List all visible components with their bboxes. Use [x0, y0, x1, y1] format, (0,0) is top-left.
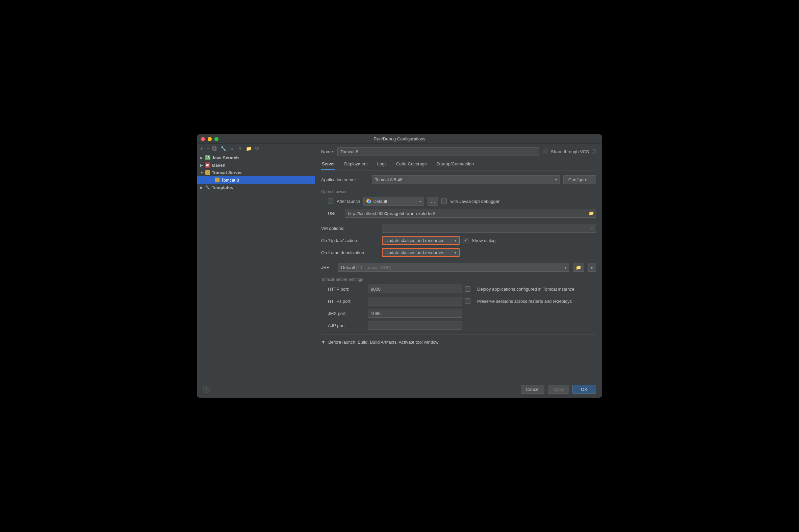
js-debugger-checkbox[interactable] [441, 198, 447, 204]
ajp-port-input[interactable] [368, 321, 462, 330]
tabs: Server Deployment Logs Code Coverage Sta… [321, 159, 596, 170]
tree-templates[interactable]: ▶ 🔧 Templates [197, 184, 315, 191]
preserve-sessions-checkbox[interactable] [465, 299, 470, 304]
jre-detail: (11 - project SDK) [356, 265, 391, 270]
expand-icon[interactable]: ⤢ [590, 226, 594, 231]
name-input[interactable] [337, 147, 539, 156]
url-browse-icon[interactable]: 📁 [589, 211, 594, 216]
on-update-value: Update classes and resources [385, 238, 444, 243]
https-port-input[interactable] [368, 297, 462, 305]
tomcat-settings-heading: Tomcat Server Settings [321, 277, 596, 282]
jre-browse-button[interactable]: 📁 [573, 263, 584, 272]
browser-more-button[interactable]: … [428, 197, 438, 206]
ok-button[interactable]: OK [572, 385, 596, 394]
sort-button[interactable]: ½ [255, 146, 259, 151]
show-dialog-label: Show dialog [472, 238, 496, 243]
jmx-port-label: JMX port: [328, 311, 365, 316]
on-update-label: On 'Update' action: [321, 238, 378, 243]
chevron-down-icon: ▼ [321, 340, 326, 345]
jre-label: JRE: [321, 265, 335, 270]
maven-icon: m [205, 163, 210, 168]
main-panel: Name: Share through VCS ⓘ Server Deploym… [315, 144, 602, 380]
copy-config-button[interactable]: ⿻ [212, 146, 217, 151]
tree-label: Tomcat 8 [221, 177, 239, 183]
folder-button[interactable]: 📁 [246, 146, 252, 151]
jmx-port-input[interactable] [368, 309, 462, 318]
after-launch-label: After launch [337, 199, 360, 204]
deploy-instance-checkbox[interactable] [465, 286, 470, 292]
sidebar: + − ⿻ 🔧 ▲ ▼ 📁 ½ ▶ JS Java Scratch ▶ m Ma… [197, 144, 315, 380]
titlebar: Run/Debug Configurations [197, 134, 602, 144]
share-help-icon[interactable]: ⓘ [592, 149, 596, 155]
tree-label: Java Scratch [212, 155, 239, 160]
browser-select[interactable]: Default [364, 197, 424, 206]
https-port-label: HTTPs port: [328, 299, 365, 304]
http-port-input[interactable] [368, 285, 462, 293]
tree-tomcat-server[interactable]: ▼ Tomcat Server [197, 169, 315, 176]
wrench-icon: 🔧 [205, 185, 210, 190]
tree-java-scratch[interactable]: ▶ JS Java Scratch [197, 154, 315, 162]
tree-label: Maven [212, 163, 225, 168]
preserve-sessions-label: Preserve sessions across restarts and re… [477, 299, 596, 304]
on-frame-value: Update classes and resources [385, 250, 444, 255]
cancel-button[interactable]: Cancel [521, 385, 544, 394]
http-port-label: HTTP port: [328, 287, 365, 292]
tree-label: Templates [212, 185, 233, 190]
on-update-action-select[interactable]: Update classes and resources [382, 236, 460, 245]
tree-maven[interactable]: ▶ m Maven [197, 162, 315, 169]
tab-startup-connection[interactable]: Startup/Connection [435, 159, 475, 170]
dialog-footer: ? Cancel Apply OK [197, 380, 602, 398]
move-down-button[interactable]: ▼ [238, 146, 242, 151]
app-server-label: Application server: [321, 177, 368, 182]
url-label: URL: [328, 211, 341, 216]
vm-options-input[interactable] [382, 224, 596, 233]
tab-deployment[interactable]: Deployment [343, 159, 368, 170]
ajp-port-label: AJP port: [328, 323, 365, 328]
url-input[interactable] [345, 209, 596, 218]
on-frame-deactivation-select[interactable]: Update classes and resources [382, 248, 460, 257]
jre-select[interactable]: Default (11 - project SDK) [338, 263, 569, 272]
tree-label: Tomcat Server [212, 170, 242, 175]
tree-tomcat-8[interactable]: Tomcat 8 [197, 176, 315, 184]
configure-button[interactable]: Configure... [563, 175, 596, 184]
after-launch-checkbox[interactable] [328, 198, 333, 204]
on-frame-label: On frame deactivation: [321, 250, 378, 255]
tab-logs[interactable]: Logs [376, 159, 387, 170]
add-config-button[interactable]: + [200, 146, 203, 151]
open-browser-heading: Open browser [321, 189, 596, 194]
jre-default: Default [341, 265, 355, 270]
chrome-icon [366, 199, 371, 204]
js-debugger-label: with JavaScript debugger [450, 199, 499, 204]
app-server-value: Tomcat 8.5.46 [375, 177, 403, 182]
help-button[interactable]: ? [203, 386, 210, 393]
tomcat-icon [205, 170, 210, 175]
java-scratch-icon: JS [205, 155, 210, 160]
show-dialog-checkbox[interactable] [463, 238, 468, 243]
before-launch-section[interactable]: ▼ Before launch: Build, Build Artifacts,… [321, 340, 596, 345]
share-vcs-checkbox[interactable] [543, 149, 548, 154]
edit-defaults-button[interactable]: 🔧 [221, 146, 226, 151]
tab-server[interactable]: Server [321, 159, 335, 170]
move-up-button[interactable]: ▲ [230, 146, 234, 151]
tab-code-coverage[interactable]: Code Coverage [395, 159, 428, 170]
vm-options-label: VM options: [321, 226, 378, 231]
name-label: Name: [321, 149, 334, 154]
deploy-instance-label: Deploy applications configured in Tomcat… [477, 287, 596, 292]
before-launch-label: Before launch: Build, Build Artifacts, A… [328, 340, 439, 345]
jre-dropdown-button[interactable]: ▾ [588, 263, 596, 272]
browser-value: Default [373, 199, 387, 204]
share-vcs-label: Share through VCS [551, 149, 589, 154]
remove-config-button[interactable]: − [206, 146, 209, 151]
config-tree: ▶ JS Java Scratch ▶ m Maven ▼ Tomcat Ser… [197, 153, 315, 380]
dialog-window: Run/Debug Configurations + − ⿻ 🔧 ▲ ▼ 📁 ½… [197, 134, 602, 398]
tomcat-icon [215, 177, 220, 183]
app-server-select[interactable]: Tomcat 8.5.46 [372, 175, 560, 184]
window-title: Run/Debug Configurations [197, 136, 602, 141]
sidebar-toolbar: + − ⿻ 🔧 ▲ ▼ 📁 ½ [197, 144, 315, 153]
apply-button[interactable]: Apply [548, 385, 569, 394]
